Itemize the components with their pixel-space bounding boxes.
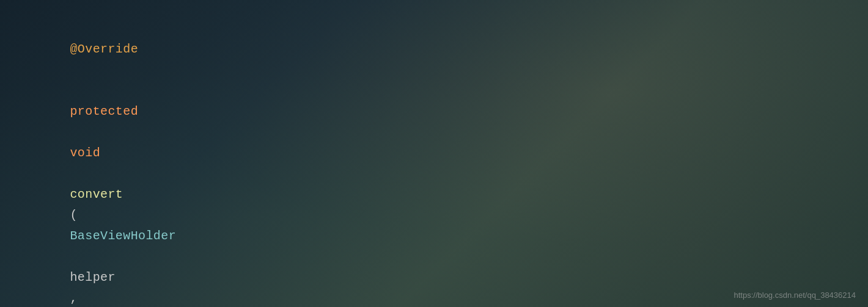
space1 [70,125,77,139]
keyword-protected: protected [70,104,138,118]
paren-open: ( [70,208,77,222]
keyword-void: void [70,146,100,160]
comma: , [70,291,85,305]
method-name: convert [70,187,123,201]
param1-type: BaseViewHolder [70,229,176,243]
code-container: @Override protected void convert ( BaseV… [0,0,868,307]
code-line-1: @Override [24,18,844,81]
watermark: https://blog.csdn.net/qq_38436214 [734,291,856,300]
param1-name: helper [70,270,115,284]
annotation: @Override [70,42,138,56]
space2 [70,167,77,181]
code-line-2: protected void convert ( BaseViewHolder … [24,81,844,307]
code-block: @Override protected void convert ( BaseV… [0,0,868,307]
space3 [70,250,77,264]
